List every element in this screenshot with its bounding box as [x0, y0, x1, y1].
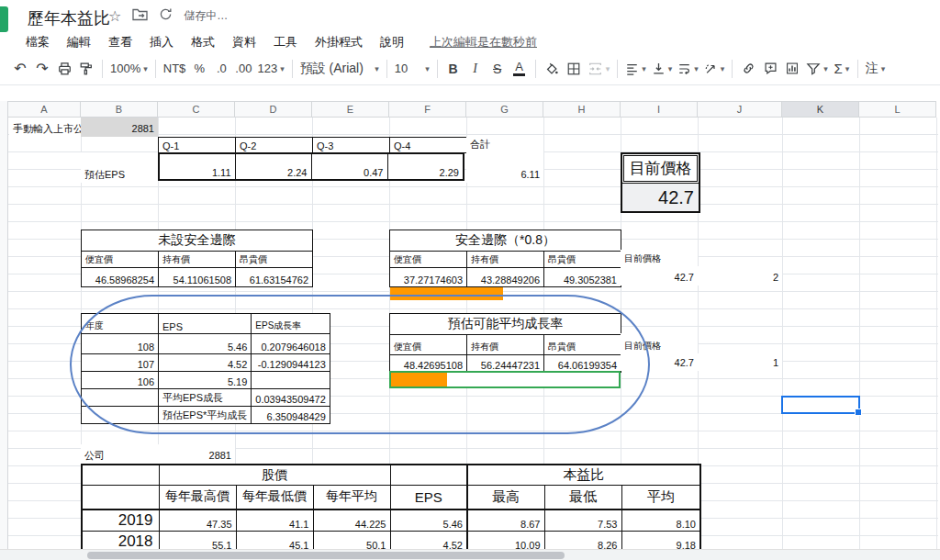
col-header-year-high[interactable]: 每年最高價 [159, 486, 236, 510]
cell-a1-manual-input-label[interactable]: 手動輸入上市公司 [9, 118, 81, 137]
current-price-box[interactable]: 目前價格 42.7 [621, 152, 700, 213]
col-header-pe-low[interactable]: 最低 [544, 486, 621, 510]
cell-eps-total[interactable]: 6.11 [466, 152, 543, 183]
cell-hold-price[interactable]: 54.11061508 [159, 268, 236, 287]
cell-q3-eps[interactable]: 0.47 [311, 153, 387, 180]
cell-b1-stock-id[interactable]: 2881 [81, 118, 158, 137]
col-header-year-low[interactable]: 每年最低價 [236, 486, 313, 510]
star-icon[interactable]: ☆ [108, 8, 121, 25]
decrease-decimal-button[interactable]: .0 [210, 57, 232, 81]
merge-cells-icon[interactable]: ▾ [585, 57, 613, 81]
menu-tools[interactable]: 工具 [271, 33, 300, 51]
horizontal-align-icon[interactable]: ▾ [622, 57, 649, 81]
cell-margin-flag[interactable]: 2 [698, 266, 782, 286]
cell-cheap-label[interactable]: 便宜價 [390, 252, 467, 268]
column-header-h[interactable]: H [543, 101, 621, 118]
cell-pe-high[interactable]: 8.67 [467, 510, 544, 532]
cell-hold-label[interactable]: 持有價 [467, 252, 544, 268]
format-currency-button[interactable]: NT$ [161, 57, 189, 81]
col-header-eps[interactable]: EPS [390, 486, 467, 510]
zoom-select[interactable]: 100%▾ [107, 57, 151, 81]
increase-decimal-button[interactable]: .00 [232, 57, 254, 81]
column-header-a[interactable]: A [8, 101, 81, 118]
cell-q1-header[interactable]: Q-1 [159, 138, 236, 153]
column-header-l[interactable]: L [859, 101, 936, 118]
menu-data[interactable]: 資料 [229, 33, 259, 51]
cell-pe-low[interactable]: 7.53 [544, 510, 621, 532]
cell-q2-eps[interactable]: 2.24 [235, 153, 311, 180]
column-header-c[interactable]: C [158, 101, 235, 118]
cell-pe-avg[interactable]: 8.10 [621, 510, 700, 532]
margin-title[interactable]: 安全邊際（*0.8） [390, 230, 621, 252]
cell-expensive-label[interactable]: 昂貴價 [544, 252, 621, 268]
column-header-j[interactable]: J [698, 101, 782, 118]
no-margin-title[interactable]: 未設安全邊際 [82, 230, 313, 252]
cell-empty[interactable] [390, 465, 467, 486]
cell-company-id[interactable]: 2881 [158, 444, 235, 464]
cell-year[interactable]: 2019 [82, 510, 159, 532]
menu-edit[interactable]: 編輯 [64, 33, 94, 51]
bold-button[interactable]: B [442, 57, 464, 81]
menu-format[interactable]: 格式 [188, 33, 218, 51]
cell-cheap-label[interactable]: 便宜價 [82, 252, 159, 268]
menu-insert[interactable]: 插入 [147, 33, 176, 51]
cell-avg[interactable]: 44.225 [313, 510, 390, 532]
insert-link-icon[interactable] [737, 57, 759, 81]
column-header-e[interactable]: E [312, 101, 389, 118]
scrollbar-thumb[interactable] [87, 552, 565, 559]
cell-hold-price[interactable]: 43.28849206 [467, 268, 544, 287]
cell-cheap-price[interactable]: 46.58968254 [82, 268, 159, 287]
fill-color-icon[interactable] [541, 57, 563, 81]
text-rotate-icon[interactable]: ▾ [701, 57, 728, 81]
font-size-select[interactable]: 10▾ [392, 57, 432, 81]
cell-eps[interactable]: 5.46 [390, 510, 467, 532]
column-header-d[interactable]: D [235, 101, 312, 118]
vertical-align-icon[interactable]: ▾ [649, 57, 676, 81]
last-edit-link[interactable]: 上次編輯是在數秒前 [430, 34, 537, 50]
cell-q1-eps[interactable]: 1.11 [159, 153, 235, 180]
cell-expensive-label[interactable]: 昂貴價 [236, 252, 313, 268]
cell-q3-header[interactable]: Q-3 [313, 138, 390, 153]
format-percent-button[interactable]: % [188, 57, 210, 81]
move-folder-icon[interactable] [132, 7, 148, 25]
column-header-k[interactable]: K [782, 101, 859, 118]
price-group-header[interactable]: 股價 [159, 465, 390, 486]
cell-company-label[interactable]: 公司 [81, 444, 158, 464]
cell-q4-eps[interactable]: 2.29 [387, 153, 464, 180]
redo-icon[interactable]: ↷ [31, 57, 53, 81]
col-header-pe-avg[interactable]: 平均 [621, 486, 700, 510]
doc-title[interactable]: 歷年本益比 [28, 7, 110, 29]
cell-q4-header[interactable]: Q-4 [390, 138, 467, 153]
cell-empty[interactable] [82, 465, 159, 486]
cell-cheap-price[interactable]: 37.27174603 [390, 268, 467, 287]
menu-addons[interactable]: 外掛程式 [312, 33, 365, 51]
column-header-f[interactable]: F [389, 101, 466, 118]
col-header-year-avg[interactable]: 每年平均 [313, 486, 390, 510]
cell-hold-label[interactable]: 持有價 [159, 252, 236, 268]
strikethrough-button[interactable]: S [487, 57, 509, 81]
insert-chart-icon[interactable] [781, 57, 803, 81]
horizontal-scrollbar[interactable] [0, 549, 940, 560]
font-select[interactable]: 預設 (Arial)▾ [297, 57, 382, 81]
column-header-b[interactable]: B [81, 101, 158, 118]
menu-view[interactable]: 查看 [106, 33, 135, 51]
more-formats-button[interactable]: 123▾ [254, 57, 286, 81]
annotate-button[interactable]: 注▾ [863, 57, 889, 81]
insert-comment-icon[interactable] [759, 57, 781, 81]
cell-total-label[interactable]: 合計 [466, 137, 543, 152]
cell-q2-header[interactable]: Q-2 [236, 138, 313, 153]
cell-price-value[interactable]: 42.7 [621, 266, 698, 286]
column-header-i[interactable]: I [621, 101, 698, 118]
column-header-g[interactable]: G [466, 101, 543, 118]
ellipse-drawing-overlay[interactable] [70, 295, 650, 434]
menu-file[interactable]: 檔案 [23, 33, 52, 51]
cell-expensive-price[interactable]: 61.63154762 [236, 268, 313, 287]
filter-icon[interactable]: ▾ [803, 57, 831, 81]
text-wrap-icon[interactable]: ▾ [675, 57, 701, 81]
sheets-logo-icon[interactable] [0, 6, 8, 32]
italic-button[interactable]: I [464, 57, 487, 81]
fill-handle[interactable] [855, 409, 862, 416]
cell-est-eps-label[interactable]: 預估EPS [81, 152, 158, 183]
print-icon[interactable] [53, 57, 75, 81]
cell-high[interactable]: 47.35 [159, 510, 236, 532]
